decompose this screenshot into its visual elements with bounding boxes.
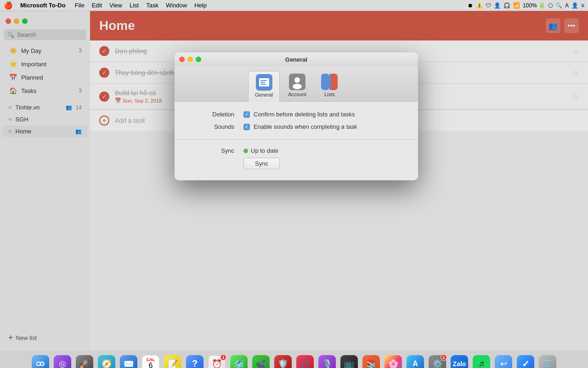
deletion-value: ✓ Confirm before deleting lists and task… — [243, 111, 355, 118]
menubar-icon-shield: 🛡 — [486, 2, 491, 9]
sounds-checkbox[interactable]: ✓ — [243, 124, 250, 130]
menu-file[interactable]: File — [71, 2, 88, 9]
menu-edit[interactable]: Edit — [88, 2, 106, 9]
svg-rect-2 — [260, 80, 267, 81]
dock-item-system-prefs[interactable]: ⚙️ 1 — [427, 354, 447, 368]
dialog-title: General — [285, 56, 307, 63]
dialog-deletion-section: Deletion ✓ Confirm before deleting lists… — [193, 111, 400, 130]
sync-status: Up to date — [243, 147, 278, 154]
menubar-icon-headset: 🎧 — [503, 2, 510, 9]
dock-item-handoff[interactable]: ↩ — [493, 354, 514, 368]
zalo-icon: Zalo — [451, 355, 468, 368]
svg-point-7 — [293, 84, 302, 89]
dock-item-calendar[interactable]: CAL6 — [141, 354, 161, 368]
deletion-row: Deletion ✓ Confirm before deleting lists… — [193, 111, 400, 118]
help-icon: ? — [186, 355, 204, 368]
sync-label: Sync — [193, 147, 234, 154]
svg-point-15 — [37, 362, 40, 365]
dock-item-photos[interactable]: 🌸 — [383, 354, 403, 368]
menubar-icon-list[interactable]: ≡ — [581, 2, 584, 9]
svg-point-6 — [294, 77, 300, 83]
menubar-icon-user: 👤 — [494, 2, 501, 9]
dialog-minimize-button[interactable] — [187, 57, 193, 62]
deletion-label: Deletion — [193, 111, 234, 118]
menubar-icon-search[interactable]: 🔍 — [555, 2, 562, 9]
svg-rect-10 — [329, 74, 331, 90]
menubar-icon-profile[interactable]: 👤 — [571, 2, 578, 9]
dock-item-help[interactable]: ? — [185, 354, 205, 368]
photos-icon: 🌸 — [384, 355, 402, 368]
dialog-maximize-button[interactable] — [196, 57, 201, 62]
sounds-text: Enable sounds when completing a task — [254, 123, 357, 130]
dock-item-antivirus[interactable]: 🛡️ — [273, 354, 293, 368]
podcasts-icon: 🎙️ — [318, 355, 336, 368]
svg-rect-3 — [260, 82, 265, 83]
tab-account-label: Account — [288, 92, 306, 97]
menubar-icon-recording: ⏺ — [468, 2, 473, 9]
deletion-text: Confirm before deleting lists and tasks — [254, 111, 355, 118]
dock-item-siri[interactable]: ◎ — [52, 354, 73, 368]
menu-list[interactable]: List — [126, 2, 142, 9]
dock-item-music[interactable]: 🎵 — [295, 354, 315, 368]
deletion-checkbox[interactable]: ✓ — [243, 111, 250, 118]
sync-status-text: Up to date — [251, 147, 278, 154]
svg-rect-8 — [321, 74, 329, 90]
tab-general[interactable]: General — [248, 71, 280, 102]
dock-item-trash[interactable]: 🗑️ — [537, 354, 558, 368]
todo-dock-icon: ✓ — [517, 355, 534, 368]
menubar-battery: 100% 🔋 — [523, 2, 545, 9]
menubar-icon-bluetooth: ⬡ — [548, 2, 553, 9]
sync-dot-icon — [243, 149, 248, 153]
dialog-separator — [175, 139, 418, 140]
tab-general-label: General — [255, 92, 273, 98]
tab-lists[interactable]: Lists — [315, 71, 345, 101]
dock-item-facetime[interactable]: 📹 — [251, 354, 271, 368]
dock-item-safari[interactable]: 🧭 — [96, 354, 117, 368]
sounds-label: Sounds — [193, 123, 234, 130]
tab-account[interactable]: Account — [282, 71, 313, 101]
dock-item-books[interactable]: 📚 — [361, 354, 381, 368]
handoff-icon: ↩ — [495, 355, 512, 368]
dock-item-spotify[interactable]: ♬ — [471, 354, 492, 368]
app-container: 🔍 ☀️ My Day 3 ⭐ Important 📅 Planned 🏠 Ta… — [0, 11, 588, 350]
menu-help[interactable]: Help — [191, 2, 210, 9]
dock-item-mail[interactable]: ✉️ — [119, 354, 139, 368]
sync-button[interactable]: Sync — [243, 158, 280, 169]
menu-task[interactable]: Task — [142, 2, 162, 9]
music-icon: 🎵 — [296, 355, 314, 368]
trash-icon: 🗑️ — [539, 355, 556, 368]
dock-item-apple-tv[interactable]: 📺 — [339, 354, 359, 368]
dock-item-launchpad[interactable]: 🚀 — [74, 354, 95, 368]
lists-icon — [321, 74, 338, 90]
dock-item-todo[interactable]: ✓ — [515, 354, 536, 368]
siri-icon: ◎ — [54, 355, 71, 368]
svg-rect-4 — [260, 84, 266, 85]
sounds-value: ✓ Enable sounds when completing a task — [243, 123, 357, 130]
dock-item-maps[interactable]: 🗺️ — [229, 354, 249, 368]
spotify-icon: ♬ — [473, 355, 490, 368]
tab-lists-label: Lists — [324, 92, 335, 97]
dock-item-notes[interactable]: 📝 — [163, 354, 183, 368]
dialog-titlebar: General — [175, 52, 418, 66]
general-icon — [256, 74, 272, 91]
dock-item-app-store[interactable]: A — [405, 354, 425, 368]
general-dialog: General General — [175, 52, 418, 180]
dock-item-podcasts[interactable]: 🎙️ — [317, 354, 337, 368]
dialog-close-button[interactable] — [179, 57, 185, 62]
antivirus-icon: 🛡️ — [274, 355, 292, 368]
apple-menu[interactable]: 🍎 — [4, 1, 13, 10]
menu-window[interactable]: Window — [162, 2, 191, 9]
dock-item-reminders[interactable]: ⏰ 1 — [207, 354, 227, 368]
safari-icon: 🧭 — [98, 355, 115, 368]
facetime-icon: 📹 — [252, 355, 270, 368]
dialog-toolbar: General Account — [175, 66, 418, 102]
account-icon — [289, 74, 305, 90]
menu-view[interactable]: View — [106, 2, 126, 9]
app-name[interactable]: Microsoft To-Do — [17, 2, 69, 9]
menubar: 🍎 Microsoft To-Do File Edit View List Ta… — [0, 0, 588, 11]
dock-item-finder[interactable] — [30, 354, 51, 368]
dock-item-zalo[interactable]: Zalo — [449, 354, 469, 368]
svg-point-16 — [41, 362, 44, 365]
dock: ◎ 🚀 🧭 ✉️ CAL6 📝 ? ⏰ 1 🗺️ 📹 🛡️ 🎵 🎙️ — [0, 350, 588, 368]
finder-icon — [32, 355, 49, 368]
